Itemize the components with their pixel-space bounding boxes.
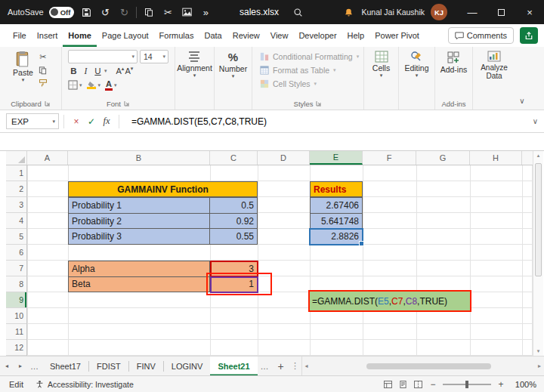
sheet-tab-fdist[interactable]: FDIST — [89, 357, 128, 376]
sheet-tab-sheet21-active[interactable]: Sheet21 — [210, 357, 257, 376]
cancel-icon[interactable]: × — [69, 114, 84, 129]
enter-icon[interactable]: ✓ — [84, 114, 99, 129]
sheet-nav-right-icon[interactable]: ▸ — [14, 363, 27, 369]
column-header-b[interactable]: B — [68, 151, 210, 165]
comments-button[interactable]: Comments — [448, 27, 514, 44]
tab-power-pivot[interactable]: Power Pivot — [369, 24, 425, 47]
cell-c4[interactable]: 0.92 — [210, 214, 257, 229]
autosave-toggle[interactable]: Off — [49, 7, 75, 18]
borders-button[interactable]: ▾ — [68, 80, 82, 90]
table-row[interactable]: 2.67406 — [311, 198, 362, 214]
copy-button[interactable] — [36, 64, 50, 76]
editing-button[interactable]: Editing ▾ — [403, 50, 430, 79]
cells-button[interactable]: Cells ▾ — [371, 50, 391, 79]
clipboard-dialog-launcher-icon[interactable] — [45, 100, 51, 106]
formula-input[interactable]: =GAMMA.DIST(E5,C7,C8,TRUE) — [131, 116, 527, 127]
cell-c7[interactable]: 3 — [210, 261, 257, 276]
table-row[interactable]: Alpha 3 — [69, 261, 257, 277]
horizontal-scrollbar[interactable]: ◂ ▸ — [301, 357, 544, 375]
table-row[interactable]: Probability 3 0.55 — [69, 229, 257, 244]
probability-table[interactable]: Probability 1 0.5 Probability 2 0.92 Pro… — [68, 197, 258, 245]
page-layout-view-icon[interactable] — [398, 380, 408, 389]
cell-b8-beta[interactable]: Beta — [69, 277, 210, 292]
analyze-data-button[interactable]: Analyze Data — [472, 50, 516, 81]
table-row[interactable]: Beta 1 — [69, 277, 257, 292]
save-icon[interactable] — [79, 5, 93, 19]
row-header-11[interactable]: 11 — [6, 324, 26, 340]
styles-dialog-launcher-icon[interactable] — [316, 100, 322, 106]
scroll-down-icon[interactable]: ▾ — [537, 348, 540, 354]
results-table[interactable]: 2.67406 5.641748 2.8826 — [310, 197, 363, 245]
cell-b2-gammainv-header[interactable]: GAMMAINV Function — [68, 181, 258, 197]
decrease-font-button[interactable]: A▾ — [125, 66, 133, 76]
font-dialog-launcher-icon[interactable] — [124, 100, 130, 106]
row-header-3[interactable]: 3 — [6, 197, 26, 213]
page-break-view-icon[interactable] — [413, 380, 423, 389]
zoom-out-button[interactable]: − — [428, 379, 437, 390]
picture-icon[interactable] — [180, 5, 193, 19]
conditional-formatting-button[interactable]: Conditional Formatting ▾ — [260, 51, 363, 62]
row-header-4[interactable]: 4 — [6, 213, 26, 229]
row-header-10[interactable]: 10 — [6, 308, 26, 324]
format-as-table-button[interactable]: Format as Table ▾ — [260, 64, 363, 76]
bold-button[interactable]: B — [68, 66, 79, 76]
cell-e5[interactable]: 2.8826 — [311, 229, 362, 244]
user-name[interactable]: Kunal Jai Kaushik — [362, 8, 425, 17]
close-button[interactable]: × — [515, 0, 544, 24]
increase-font-button[interactable]: A▴ — [116, 66, 125, 76]
tab-home[interactable]: Home — [63, 24, 97, 47]
more-sheets-right-icon[interactable]: … — [258, 362, 273, 371]
new-sheet-button[interactable]: + — [273, 360, 289, 372]
hscroll-thumb[interactable] — [366, 363, 491, 369]
row-header-2[interactable]: 2 — [6, 181, 26, 197]
cell-b7-alpha[interactable]: Alpha — [69, 261, 210, 276]
cell-styles-button[interactable]: Cell Styles ▾ — [260, 78, 363, 89]
column-header-a[interactable]: A — [27, 151, 68, 165]
hscroll-track[interactable] — [310, 363, 536, 370]
search-icon[interactable] — [291, 5, 304, 19]
column-header-d[interactable]: D — [258, 151, 310, 165]
more-sheets-left-icon[interactable]: … — [27, 362, 42, 371]
row-header-6[interactable]: 6 — [6, 245, 26, 261]
cell-c3[interactable]: 0.5 — [210, 198, 257, 213]
number-format-button[interactable]: % Number ▾ — [218, 50, 249, 79]
alignment-button[interactable]: Alignment ▾ — [175, 50, 214, 79]
scroll-up-icon[interactable]: ▴ — [537, 153, 540, 159]
column-header-h[interactable]: H — [470, 151, 522, 165]
tab-help[interactable]: Help — [342, 24, 370, 47]
copy-icon[interactable] — [142, 5, 156, 19]
column-header-e[interactable]: E — [310, 151, 363, 165]
undo-icon[interactable]: ↺ — [98, 5, 112, 19]
tab-insert[interactable]: Insert — [32, 24, 63, 47]
font-color-button[interactable]: A ▾ — [105, 80, 116, 91]
tab-file[interactable]: File — [8, 24, 32, 47]
row-header-1[interactable]: 1 — [6, 165, 26, 181]
paste-button[interactable]: Paste ▾ — [11, 50, 35, 83]
tab-developer[interactable]: Developer — [293, 24, 342, 47]
parameters-table[interactable]: Alpha 3 Beta 1 — [68, 261, 258, 292]
cell-c8[interactable]: 1 — [210, 277, 257, 292]
tab-review[interactable]: Review — [227, 24, 265, 47]
sheet-nav-left-icon[interactable]: ◂ — [0, 363, 14, 369]
share-button[interactable] — [520, 27, 538, 44]
row-header-7[interactable]: 7 — [6, 261, 26, 276]
table-row[interactable]: Probability 1 0.5 — [69, 198, 257, 214]
font-size-combo[interactable]: 14 ▾ — [140, 50, 168, 63]
format-painter-button[interactable] — [36, 77, 50, 88]
qat-overflow-icon[interactable]: » — [199, 5, 212, 19]
insert-function-icon[interactable]: fx — [99, 114, 114, 129]
tab-options-icon[interactable]: ⋮ — [289, 361, 301, 371]
sheet-tab-loginv[interactable]: LOGINV — [164, 357, 211, 376]
cut-button[interactable]: ✂ — [36, 51, 50, 63]
select-all-corner[interactable] — [6, 151, 27, 165]
table-row[interactable]: Probability 2 0.92 — [69, 214, 257, 230]
zoom-slider-thumb[interactable] — [465, 381, 468, 388]
sheet-tab-sheet17[interactable]: Sheet17 — [42, 357, 88, 376]
cell-c5[interactable]: 0.55 — [210, 229, 257, 244]
tab-data[interactable]: Data — [199, 24, 227, 47]
hscroll-left-icon[interactable]: ◂ — [305, 363, 308, 369]
tab-view[interactable]: View — [265, 24, 294, 47]
column-header-c[interactable]: C — [210, 151, 258, 165]
fill-color-button[interactable]: ▾ — [87, 81, 101, 89]
row-header-5[interactable]: 5 — [6, 229, 26, 245]
